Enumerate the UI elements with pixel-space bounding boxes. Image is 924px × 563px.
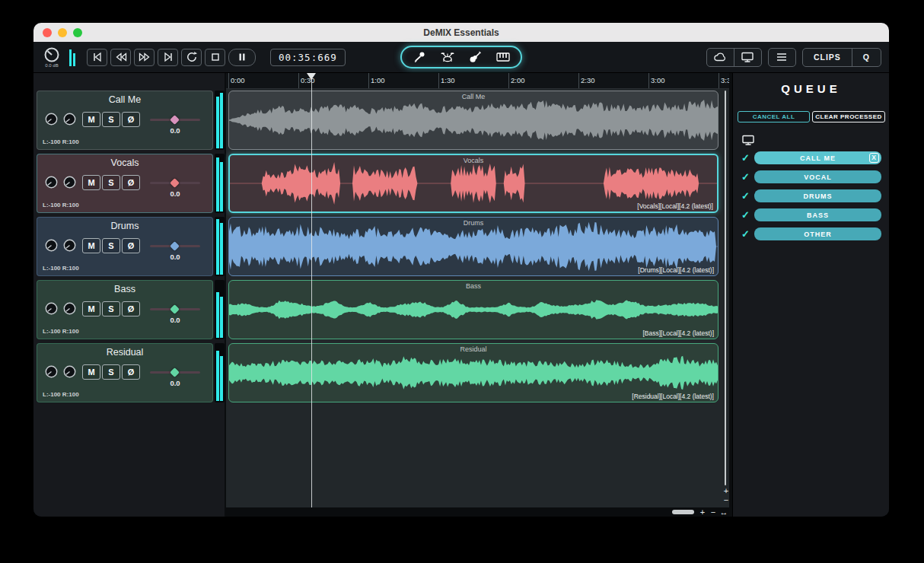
track-name: Bass — [37, 284, 212, 294]
playhead-marker[interactable] — [307, 73, 316, 80]
volume-slider[interactable] — [150, 304, 200, 314]
track-header-card[interactable]: Drums M S Ø 0.0 L:-100 R:100 — [37, 217, 213, 276]
queue-item-pill[interactable]: CALL MEX — [754, 151, 881, 164]
zoom-window-button[interactable] — [73, 28, 82, 37]
menu-button[interactable] — [769, 49, 795, 66]
microphone-icon[interactable] — [409, 49, 429, 65]
mute-button[interactable]: M — [82, 301, 100, 316]
piano-icon[interactable] — [493, 49, 513, 65]
gain-knob[interactable] — [44, 175, 59, 189]
solo-button[interactable]: S — [102, 301, 120, 316]
gain-knob[interactable] — [44, 301, 59, 316]
pan-knob[interactable] — [62, 238, 77, 253]
horizontal-scrollbar-thumb[interactable] — [672, 510, 694, 514]
monitor-icon — [741, 51, 754, 63]
vertical-scrollbar-thumb[interactable] — [725, 91, 726, 485]
phase-button[interactable]: Ø — [122, 238, 140, 253]
gain-knob[interactable] — [44, 112, 59, 126]
queue-item-pill[interactable]: OTHER — [754, 227, 881, 240]
skip-end-button[interactable] — [158, 49, 178, 66]
clip-bass[interactable]: Bass [Bass][Local][4.2 (latest)] — [228, 280, 718, 339]
check-icon[interactable]: ✓ — [741, 190, 750, 202]
skip-start-button[interactable] — [87, 49, 107, 66]
cloud-processing-button[interactable] — [707, 49, 734, 66]
time-display[interactable]: 00:35:669 — [270, 49, 346, 66]
playhead-line[interactable] — [311, 73, 312, 507]
queue-item-pill[interactable]: VOCAL — [754, 170, 881, 183]
rewind-button[interactable] — [110, 49, 131, 66]
track-header-card[interactable]: Call Me M S Ø 0.0 L:-100 R:100 — [37, 91, 213, 150]
vertical-scrollbar[interactable] — [722, 91, 729, 507]
mute-button[interactable]: M — [82, 112, 100, 127]
drums-icon[interactable] — [438, 49, 457, 65]
track-header-card[interactable]: Vocals M S Ø 0.0 L:-100 R:100 — [37, 154, 213, 213]
fast-forward-button[interactable] — [134, 49, 155, 66]
solo-button[interactable]: S — [102, 364, 120, 380]
phase-button[interactable]: Ø — [122, 364, 140, 380]
vertical-zoom-out-button[interactable]: − — [721, 496, 731, 504]
master-gain-knob[interactable]: 0.0 dB — [41, 46, 62, 68]
horizontal-scrollbar[interactable]: + − ↔ — [226, 507, 729, 517]
panels-group: CLIPS Q — [802, 48, 881, 67]
queue-item-pill[interactable]: DRUMS — [754, 189, 881, 202]
queue-toggle-button[interactable]: Q — [852, 49, 881, 66]
solo-button[interactable]: S — [102, 238, 120, 253]
mute-button[interactable]: M — [82, 364, 100, 380]
mute-button[interactable]: M — [82, 175, 100, 190]
check-icon[interactable]: ✓ — [741, 228, 750, 240]
menu-group — [768, 48, 796, 67]
clear-processed-button[interactable]: CLEAR PROCESSED — [812, 111, 885, 122]
ruler-tick-label: 1:00 — [371, 76, 385, 84]
volume-slider[interactable] — [150, 178, 200, 188]
zoom-fit-button[interactable]: ↔ — [719, 507, 728, 517]
pan-knob[interactable] — [62, 175, 77, 189]
pan-range-label: L:-100 R:100 — [43, 391, 79, 398]
queue-item-drums: ✓ DRUMS — [733, 189, 889, 208]
main-area: 0:000:301:001:302:002:303:003:30 Call Me… — [33, 73, 889, 517]
close-icon[interactable]: X — [869, 153, 879, 163]
clip-residual[interactable]: Residual [Residual][Local][4.2 (latest)] — [228, 343, 718, 402]
check-icon[interactable]: ✓ — [741, 209, 750, 221]
clips-button[interactable]: CLIPS — [803, 49, 852, 66]
cancel-all-button[interactable]: CANCEL ALL — [738, 111, 810, 122]
stop-button[interactable] — [205, 49, 225, 66]
track-name: Residual — [37, 347, 212, 358]
phase-button[interactable]: Ø — [122, 175, 140, 190]
phase-button[interactable]: Ø — [122, 301, 140, 316]
gain-knob[interactable] — [44, 238, 59, 253]
zoom-out-button[interactable]: − — [709, 507, 718, 517]
pan-knob[interactable] — [62, 364, 77, 379]
zoom-in-button[interactable]: + — [698, 507, 707, 517]
ruler-tick-label: 0:00 — [231, 76, 245, 84]
pan-knob[interactable] — [62, 301, 77, 316]
track-buttons: M S Ø — [82, 112, 140, 127]
volume-slider[interactable] — [150, 367, 200, 377]
check-icon[interactable]: ✓ — [741, 152, 750, 164]
check-icon[interactable]: ✓ — [741, 171, 750, 183]
mute-button[interactable]: M — [82, 238, 100, 253]
track-header-card[interactable]: Residual M S Ø 0.0 L:-100 R:100 — [37, 343, 213, 402]
pan-knob[interactable] — [62, 112, 77, 126]
close-window-button[interactable] — [43, 28, 52, 37]
pause-button[interactable] — [228, 49, 256, 66]
volume-slider[interactable] — [150, 241, 200, 251]
queue-item-pill[interactable]: BASS — [754, 208, 881, 221]
solo-button[interactable]: S — [102, 112, 120, 127]
minimize-window-button[interactable] — [58, 28, 67, 37]
loop-button[interactable] — [181, 49, 202, 66]
clip-vocals[interactable]: Vocals [Vocals][Local][4.2 (latest)] — [228, 154, 718, 213]
timeline-ruler[interactable]: 0:000:301:001:302:002:303:003:30 — [226, 73, 729, 89]
stem-selector[interactable] — [400, 46, 522, 68]
guitar-icon[interactable] — [465, 49, 485, 65]
vertical-zoom-in-button[interactable]: + — [721, 487, 731, 495]
gain-knob[interactable] — [44, 364, 59, 379]
phase-button[interactable]: Ø — [122, 112, 140, 127]
clip-call-me[interactable]: Call Me — [228, 91, 718, 150]
clip-drums[interactable]: Drums [Drums][Local][4.2 (latest)] — [228, 217, 718, 276]
track-header-card[interactable]: Bass M S Ø 0.0 L:-100 R:100 — [37, 280, 213, 339]
stop-icon — [209, 50, 222, 64]
pan-range-label: L:-100 R:100 — [43, 265, 79, 272]
solo-button[interactable]: S — [102, 175, 120, 190]
volume-slider[interactable] — [150, 115, 200, 125]
local-processing-button[interactable] — [734, 49, 761, 66]
